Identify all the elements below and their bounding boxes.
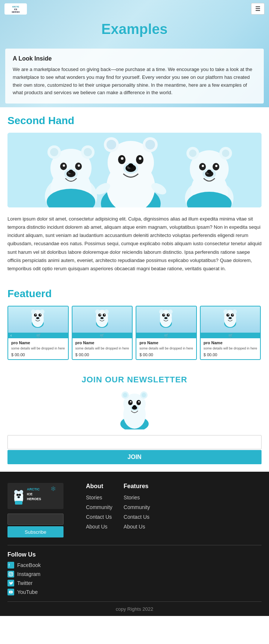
lorem-ipsum-text: Lorem ipsum dolor sit amet, consectetur … [7,215,262,273]
social-link-tw[interactable]: Twitter [17,580,33,586]
look-inside-body: We are a marketplace focused on giving b… [13,66,256,97]
svg-point-49 [215,165,217,167]
svg-point-61 [35,314,37,315]
svg-point-86 [164,317,167,319]
list-item: Community [86,504,112,511]
svg-point-57 [31,309,35,314]
follow-title: Follow Us [7,551,262,558]
header-nav: ARCTIC ICE HEROES ☰ [0,0,269,18]
nav-left: ‹ [10,333,12,338]
subscribe-button[interactable]: Subscribe [7,526,64,537]
svg-point-25 [106,140,116,150]
svg-text:ARCTIC: ARCTIC [12,6,19,8]
svg-text:❄: ❄ [50,485,56,493]
footer-features-link[interactable]: Stories [124,494,140,500]
svg-text:ARCTIC: ARCTIC [27,487,40,491]
svg-point-151 [12,573,12,574]
svg-point-68 [95,309,100,314]
list-item: Contact Us [86,514,112,520]
svg-point-133 [133,405,136,407]
product-details: some details will be dropped in here [139,346,193,351]
cart-icon: 🛒 [164,333,168,338]
join-button[interactable]: JOIN [7,450,262,464]
list-item: Contact Us [124,514,150,520]
social-list-item: f FaceBook [7,562,262,568]
product-details: some details will be dropped in here [75,346,129,351]
list-item: Stories [124,494,150,501]
newsletter-title: JOIN OUR NEWSLETTER [7,375,262,385]
product-name: pro Name [11,341,65,345]
social-link-fb[interactable]: FaceBook [17,562,41,568]
svg-point-27 [145,140,155,150]
cart-bar: 🛒 [72,333,132,338]
svg-rect-149 [9,572,13,576]
newsletter-email-input[interactable] [7,435,262,449]
svg-point-73 [104,314,105,315]
product-grid: ‹ 🛒 pro Name some details will be droppe… [7,306,262,364]
list-item: Stories [86,494,112,501]
featured-section: Featuerd ‹ 🛒 pro Name [0,288,269,364]
product-name: pro Name [75,341,129,345]
svg-point-97 [229,317,232,319]
svg-point-45 [222,150,229,157]
cart-bar: ‹ 🛒 [8,333,68,338]
svg-point-53 [207,170,211,173]
svg-text:HEROES: HEROES [27,497,41,501]
product-image-area [8,306,68,333]
footer-bottom: copy Rights 2022 [7,601,262,612]
product-info: pro Name some details will be dropped in… [201,338,260,360]
svg-point-129 [130,401,132,403]
social-list: f FaceBook Instagram Twitter YouTube [7,562,262,595]
footer-features-link[interactable]: Contact Us [124,514,149,520]
svg-point-31 [139,157,142,160]
footer-about-link[interactable]: Contact Us [86,514,112,520]
svg-point-80 [168,309,173,314]
footer-top: ARCTIC ICE HEROES ❄ Subscribe About Stor… [7,483,262,537]
social-link-ig[interactable]: Instagram [17,571,40,577]
cart-icon: 🛒 [100,333,104,338]
yt-icon [7,589,14,595]
footer-features-link[interactable]: About Us [124,524,145,530]
product-image-area [72,306,132,333]
footer-features-link[interactable]: Community [124,504,150,510]
cart-bar: 🛒 [201,333,260,338]
product-card: 🛒 pro Name some details will be dropped … [200,306,261,360]
svg-point-84 [168,314,169,315]
product-price: $ 00.00 [75,352,129,357]
footer-about-link[interactable]: Stories [86,494,102,500]
newsletter-bear-image [116,388,153,429]
footer-features-heading: Features [124,483,150,490]
social-list-item: Instagram [7,571,262,577]
svg-rect-143 [15,501,22,505]
fb-icon: f [7,562,14,568]
product-details: some details will be dropped in here [204,346,257,351]
svg-text:ICE: ICE [14,8,18,10]
header: ARCTIC ICE HEROES ☰ Examples A Look Insi… [0,0,269,107]
footer-features-list: StoriesCommunityContact UsAbout Us [124,494,150,530]
social-link-yt[interactable]: YouTube [17,589,38,595]
svg-point-43 [189,150,197,157]
ig-icon [7,571,14,577]
footer-about-link[interactable]: About Us [86,524,108,530]
footer-about-heading: About [86,483,112,490]
svg-point-62 [40,314,41,315]
svg-point-90 [223,309,228,314]
footer-about-link[interactable]: Community [86,504,112,510]
svg-point-72 [99,314,101,315]
product-name: pro Name [204,341,257,345]
svg-point-91 [232,309,237,314]
menu-button[interactable]: ☰ [251,3,265,15]
cart-icon: 🛒 [228,333,233,338]
product-price: $ 00.00 [11,352,65,357]
footer-email-input[interactable] [7,514,64,525]
svg-point-69 [104,309,109,314]
product-price: $ 00.00 [204,352,257,357]
featured-title: Featuerd [7,288,262,300]
cart-icon: 🛒 [36,333,41,338]
svg-point-130 [138,401,140,403]
svg-text:f: f [9,563,10,567]
svg-point-124 [123,393,127,397]
svg-point-64 [36,317,39,319]
newsletter-section: JOIN OUR NEWSLETTER JOIN [0,364,269,472]
svg-point-20 [69,170,73,173]
